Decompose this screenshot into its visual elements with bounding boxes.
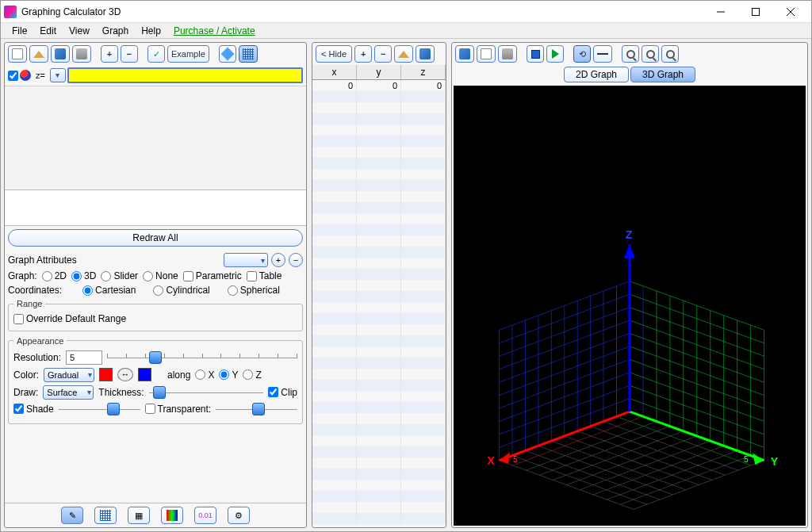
table-row[interactable] <box>312 335 446 346</box>
table-row[interactable] <box>312 358 446 369</box>
print-graph-button[interactable] <box>498 45 517 63</box>
diamond-button[interactable] <box>219 45 236 63</box>
table-row[interactable] <box>312 480 446 491</box>
table-row[interactable] <box>312 235 446 247</box>
stop-button[interactable] <box>527 45 544 63</box>
coords-cartesian[interactable]: Cartesian <box>82 285 136 296</box>
table-row[interactable] <box>312 191 446 202</box>
color-direction-icon[interactable]: ↔ <box>117 368 133 381</box>
coords-cylindrical[interactable]: Cylindrical <box>153 285 209 296</box>
tab-pencil[interactable]: ✎ <box>61 507 83 524</box>
notes-area[interactable] <box>5 189 306 226</box>
table-row[interactable] <box>312 247 446 258</box>
tab-settings[interactable]: ⚙ <box>228 507 250 524</box>
equation-input[interactable] <box>67 67 303 83</box>
header-z[interactable]: z <box>401 65 446 79</box>
minimize-button[interactable] <box>703 1 738 23</box>
toggle-check-button[interactable] <box>147 45 165 63</box>
table-row[interactable] <box>312 435 446 446</box>
equation-enable-checkbox[interactable] <box>8 71 18 81</box>
table-row[interactable] <box>312 224 446 235</box>
table-row[interactable] <box>312 124 446 136</box>
table-row[interactable] <box>312 113 446 124</box>
table-row[interactable] <box>312 413 446 424</box>
close-button[interactable] <box>773 1 808 23</box>
table-row[interactable] <box>312 291 446 302</box>
maximize-button[interactable] <box>738 1 773 23</box>
remove-graph-button[interactable] <box>121 45 138 63</box>
table-row[interactable] <box>312 269 446 280</box>
tab-calc[interactable]: ▦ <box>128 507 150 524</box>
table-row[interactable] <box>312 513 446 524</box>
snapshot-button[interactable] <box>455 45 474 63</box>
zoom-fit-button[interactable] <box>642 45 659 63</box>
table-row[interactable] <box>312 280 446 291</box>
menu-purchase[interactable]: Purchase / Activate <box>167 25 262 36</box>
play-button[interactable] <box>546 45 564 63</box>
graph-canvas[interactable]: X 5 Y 5 Z <box>454 86 806 526</box>
draw-mode-select[interactable]: Surface <box>43 385 94 400</box>
graph-mode-2d[interactable]: 2D <box>42 270 67 281</box>
table-row[interactable] <box>312 469 446 480</box>
equation-color-icon[interactable] <box>20 70 31 81</box>
header-x[interactable]: x <box>312 65 357 79</box>
attributes-scope-select[interactable]: ▾ <box>224 253 268 267</box>
transparent-checkbox[interactable]: Transparent: <box>145 404 212 415</box>
zoom-reset-button[interactable] <box>661 45 679 63</box>
resolution-slider[interactable] <box>107 351 297 364</box>
remove-row-button[interactable] <box>374 45 392 63</box>
clip-checkbox[interactable]: Clip <box>268 387 297 398</box>
color-mode-select[interactable]: Gradual <box>44 368 94 382</box>
table-row[interactable] <box>312 446 446 457</box>
table-row[interactable] <box>312 502 446 513</box>
hide-panel-button[interactable]: < Hide <box>316 45 352 63</box>
redraw-all-button[interactable]: Redraw All <box>8 229 303 247</box>
table-row[interactable] <box>312 391 446 402</box>
export-button[interactable] <box>416 45 435 63</box>
tab-3d-graph[interactable]: 3D Graph <box>630 67 695 82</box>
rotate-mode-button[interactable]: ⟲ <box>573 45 591 63</box>
tab-bars[interactable] <box>161 507 183 524</box>
copy-button[interactable] <box>477 45 496 63</box>
table-checkbox[interactable]: Table <box>247 270 282 281</box>
table-row[interactable] <box>312 158 446 169</box>
table-row[interactable] <box>312 102 446 113</box>
coords-spherical[interactable]: Spherical <box>228 285 280 296</box>
override-range-checkbox[interactable]: Override Default Range <box>13 313 126 324</box>
graph-mode-slider[interactable]: Slider <box>101 270 138 281</box>
table-row[interactable] <box>312 346 446 358</box>
header-y[interactable]: y <box>357 65 401 79</box>
zoom-button[interactable] <box>622 45 639 63</box>
table-row[interactable] <box>312 147 446 158</box>
menu-view[interactable]: View <box>63 25 96 36</box>
table-row[interactable] <box>312 457 446 469</box>
table-row[interactable] <box>312 202 446 213</box>
line-mode-button[interactable] <box>593 45 612 63</box>
shade-checkbox[interactable]: Shade <box>13 404 54 415</box>
color-from-swatch[interactable] <box>99 368 113 381</box>
table-toggle-button[interactable] <box>239 45 258 63</box>
table-row[interactable] <box>312 313 446 324</box>
tab-precision[interactable]: 0.01 <box>194 507 216 524</box>
table-row[interactable] <box>312 91 446 102</box>
along-z[interactable]: Z <box>243 369 261 381</box>
graph-mode-3d[interactable]: 3D <box>71 270 96 281</box>
table-row[interactable] <box>312 180 446 191</box>
table-row[interactable] <box>312 491 446 502</box>
table-row[interactable] <box>312 302 446 313</box>
table-row[interactable] <box>312 402 446 413</box>
thickness-slider[interactable] <box>149 386 264 399</box>
new-button[interactable] <box>8 45 27 63</box>
table-row[interactable] <box>312 369 446 380</box>
resolution-input[interactable] <box>66 350 102 365</box>
color-to-swatch[interactable] <box>138 368 151 381</box>
print-button[interactable] <box>72 45 91 63</box>
transparent-slider[interactable] <box>216 403 297 415</box>
table-row[interactable] <box>312 213 446 224</box>
add-graph-button[interactable] <box>101 45 118 63</box>
table-row[interactable] <box>312 258 446 269</box>
table-row[interactable] <box>312 169 446 180</box>
menu-file[interactable]: File <box>6 25 33 36</box>
menu-help[interactable]: Help <box>135 25 167 36</box>
open-button[interactable] <box>29 45 48 63</box>
